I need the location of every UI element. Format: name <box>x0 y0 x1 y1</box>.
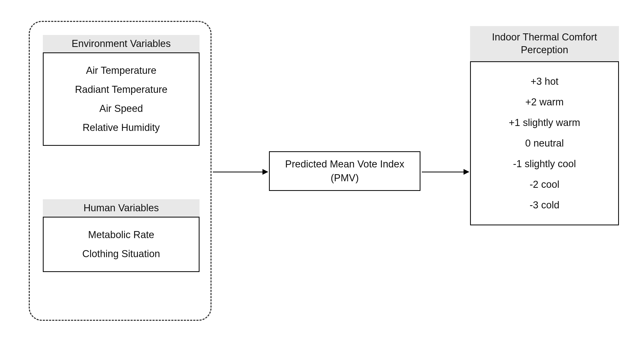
output-section: Indoor Thermal Comfort Perception +3 hot… <box>470 26 619 225</box>
env-item: Air Temperature <box>49 61 194 80</box>
scale-item: +2 warm <box>476 92 613 112</box>
arrow-inputs-to-model <box>213 172 268 172</box>
scale-item: 0 neutral <box>476 133 613 154</box>
scale-item: -2 cool <box>476 174 613 195</box>
scale-item: +3 hot <box>476 71 613 92</box>
diagram-container: Environment Variables Air Temperature Ra… <box>13 13 631 337</box>
environment-items-box: Air Temperature Radiant Temperature Air … <box>43 52 200 146</box>
human-header: Human Variables <box>43 199 200 217</box>
output-scale-box: +3 hot +2 warm +1 slightly warm 0 neutra… <box>470 61 619 225</box>
scale-item: -3 cold <box>476 195 613 215</box>
env-item: Radiant Temperature <box>49 80 194 99</box>
scale-item: +1 slightly warm <box>476 112 613 133</box>
environment-variables-section: Environment Variables Air Temperature Ra… <box>43 35 200 146</box>
scale-item: -1 slightly cool <box>476 154 613 174</box>
pmv-model-box: Predicted Mean Vote Index (PMV) <box>269 151 420 191</box>
pmv-label: Predicted Mean Vote Index (PMV) <box>285 159 404 183</box>
human-variables-section: Human Variables Metabolic Rate Clothing … <box>43 199 200 272</box>
human-item: Metabolic Rate <box>49 225 194 244</box>
env-item: Relative Humidity <box>49 118 194 137</box>
environment-header: Environment Variables <box>43 35 200 52</box>
output-header: Indoor Thermal Comfort Perception <box>470 26 619 61</box>
inputs-group-box: Environment Variables Air Temperature Ra… <box>29 21 212 321</box>
arrow-model-to-output <box>422 172 469 172</box>
env-item: Air Speed <box>49 99 194 118</box>
human-item: Clothing Situation <box>49 244 194 263</box>
human-items-box: Metabolic Rate Clothing Situation <box>43 217 200 272</box>
